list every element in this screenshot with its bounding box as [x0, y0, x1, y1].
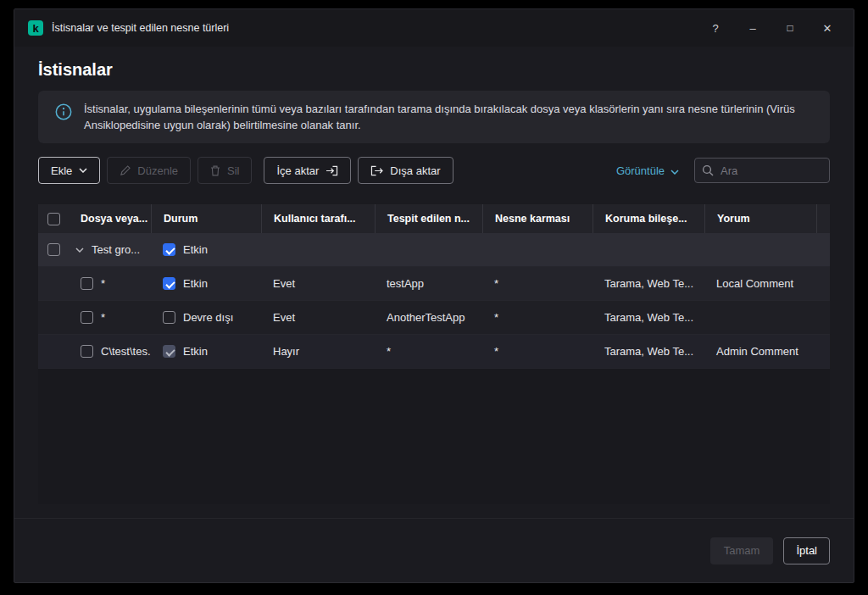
- table-header: Dosya veya... Durum Kullanıcı tarafı... …: [38, 204, 830, 233]
- status-label: Etkin: [183, 277, 208, 290]
- row-checkbox[interactable]: [47, 243, 60, 256]
- exclusions-table: Dosya veya... Durum Kullanıcı tarafı... …: [38, 204, 830, 504]
- cancel-button[interactable]: İptal: [783, 537, 830, 564]
- page-title: İstisnalar: [38, 57, 830, 82]
- pencil-icon: [120, 165, 131, 176]
- row-hash: *: [482, 311, 593, 324]
- column-header-detected[interactable]: Tespit edilen n...: [375, 204, 482, 233]
- column-header-status[interactable]: Durum: [151, 204, 261, 233]
- search-box: [694, 158, 830, 183]
- row-path: *: [101, 311, 105, 324]
- column-header-hash[interactable]: Nesne karması: [482, 204, 593, 233]
- export-icon: [370, 165, 383, 176]
- info-icon: [55, 103, 72, 124]
- row-checkbox[interactable]: [81, 345, 93, 358]
- row-user: Hayır: [261, 345, 375, 358]
- column-header-path[interactable]: Dosya veya...: [69, 204, 151, 233]
- chevron-down-icon: [79, 168, 87, 173]
- column-header-comment[interactable]: Yorum: [704, 204, 816, 233]
- trash-icon: [210, 165, 220, 176]
- info-banner-text: İstisnalar, uygulama bileşenlerinin tümü…: [84, 101, 813, 133]
- minimize-button[interactable]: –: [738, 15, 767, 41]
- row-comment: Admin Comment: [704, 345, 816, 358]
- row-components: Tarama, Web Te...: [593, 311, 704, 324]
- row-comment: Local Comment: [704, 277, 816, 290]
- ok-button[interactable]: Tamam: [710, 537, 774, 564]
- exclusions-window: k İstisnalar ve tespit edilen nesne türl…: [14, 8, 854, 583]
- status-label: Etkin: [183, 243, 208, 256]
- row-components: Tarama, Web Te...: [593, 277, 704, 290]
- edit-button[interactable]: Düzenle: [107, 157, 191, 184]
- table-row[interactable]: * Devre dışı Evet AnotherTestApp * Taram…: [38, 301, 830, 335]
- maximize-button[interactable]: □: [776, 15, 804, 41]
- row-path: *: [101, 277, 105, 290]
- export-button[interactable]: Dışa aktar: [358, 157, 453, 184]
- row-components: Tarama, Web Te...: [593, 345, 704, 358]
- status-checkbox[interactable]: [163, 243, 175, 256]
- table-row[interactable]: C\test\tes... Etkin Hayır * * Tarama, We…: [38, 335, 830, 369]
- help-button[interactable]: ?: [701, 15, 730, 41]
- row-checkbox[interactable]: [81, 311, 93, 324]
- chevron-down-icon: [670, 164, 679, 177]
- column-header-user[interactable]: Kullanıcı tarafı...: [261, 204, 375, 233]
- row-hash: *: [482, 277, 593, 290]
- row-user: Evet: [261, 277, 375, 290]
- table-empty-area: [38, 369, 830, 504]
- row-detected: *: [375, 345, 482, 358]
- close-button[interactable]: ✕: [813, 15, 842, 41]
- import-button[interactable]: İçe aktar: [264, 157, 351, 184]
- row-detected: testApp: [375, 277, 482, 290]
- row-detected: AnotherTestApp: [375, 311, 482, 324]
- search-icon: [702, 164, 714, 180]
- title-bar: k İstisnalar ve tespit edilen nesne türl…: [14, 9, 854, 47]
- table-group-row[interactable]: Test gro... Etkin: [38, 233, 830, 267]
- view-dropdown[interactable]: Görüntüle: [616, 164, 679, 177]
- delete-button[interactable]: Sil: [198, 157, 252, 184]
- window-title: İstisnalar ve tespit edilen nesne türler…: [52, 22, 229, 34]
- kaspersky-logo-icon: k: [28, 20, 43, 36]
- column-header-components[interactable]: Koruma bileşe...: [593, 204, 704, 233]
- info-banner: İstisnalar, uygulama bileşenlerinin tümü…: [38, 91, 830, 143]
- status-checkbox: [163, 345, 175, 358]
- status-label: Devre dışı: [183, 311, 233, 324]
- status-checkbox[interactable]: [163, 277, 175, 290]
- dialog-footer: Tamam İptal: [14, 518, 854, 582]
- table-row[interactable]: * Etkin Evet testApp * Tarama, Web Te...…: [38, 267, 830, 301]
- select-all-checkbox[interactable]: [47, 213, 60, 225]
- row-user: Evet: [261, 311, 375, 324]
- expand-chevron-icon[interactable]: [75, 247, 84, 253]
- row-checkbox[interactable]: [81, 277, 93, 290]
- add-button[interactable]: Ekle: [38, 157, 100, 184]
- scrollbar-gutter: [816, 204, 832, 233]
- toolbar: Ekle Düzenle Sil İçe aktar: [38, 157, 830, 184]
- status-checkbox[interactable]: [163, 311, 175, 324]
- search-input[interactable]: [694, 158, 830, 183]
- status-label: Etkin: [183, 345, 208, 358]
- group-name: Test gro...: [92, 243, 140, 256]
- row-hash: *: [482, 345, 593, 358]
- import-icon: [326, 165, 338, 176]
- row-path: C\test\tes...: [101, 345, 151, 358]
